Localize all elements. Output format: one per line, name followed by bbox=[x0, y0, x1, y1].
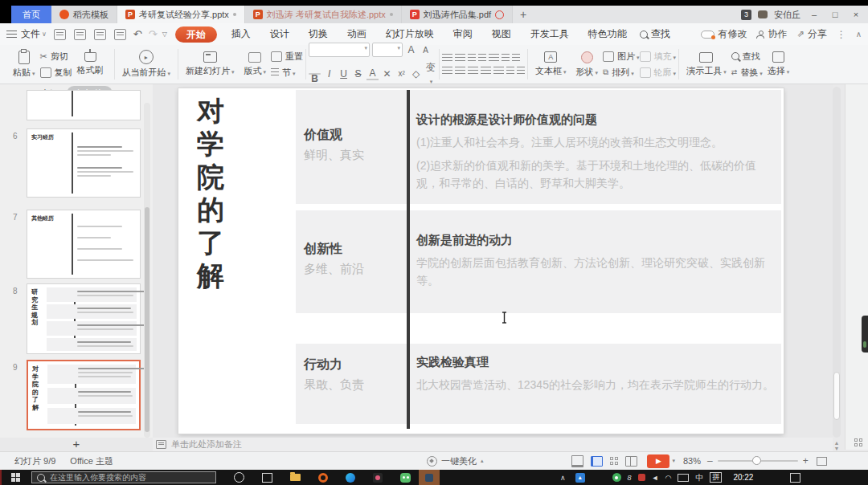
fill-button[interactable]: 填充 bbox=[640, 51, 677, 63]
section-label-textbox[interactable]: 创新性 多维、前沿 bbox=[304, 241, 364, 277]
ribbon-tab-review[interactable]: 审阅 bbox=[444, 23, 482, 45]
justify-icon[interactable] bbox=[481, 67, 491, 75]
cortana-button[interactable] bbox=[234, 472, 244, 483]
print-button[interactable] bbox=[94, 29, 106, 40]
zoom-out-button[interactable]: – bbox=[707, 455, 713, 467]
picture-button[interactable]: 图片 bbox=[603, 51, 640, 63]
wifi-icon[interactable]: ◠ bbox=[665, 474, 672, 482]
zoom-percent[interactable]: 83% bbox=[683, 456, 701, 466]
edge-button[interactable] bbox=[346, 473, 355, 483]
outline-level-icon[interactable] bbox=[517, 67, 525, 75]
shapes-button[interactable]: 形状 bbox=[571, 47, 604, 82]
close-button[interactable]: × bbox=[849, 10, 863, 19]
section-button[interactable]: 节 bbox=[271, 67, 303, 79]
save-button[interactable] bbox=[54, 29, 66, 40]
cut-button[interactable]: ✂剪切 bbox=[40, 51, 72, 63]
increase-font-button[interactable]: A bbox=[405, 44, 417, 55]
font-family-select[interactable] bbox=[309, 43, 370, 57]
element-library-icon[interactable] bbox=[854, 438, 862, 446]
volume-icon[interactable]: ◄ bbox=[652, 474, 659, 482]
share-button[interactable]: ⇗ 分享 bbox=[796, 27, 826, 41]
ribbon-tab-home[interactable]: 开始 bbox=[175, 26, 217, 43]
ribbon-tab-features[interactable]: 特色功能 bbox=[579, 23, 637, 45]
sync-status[interactable]: 有修改 bbox=[701, 27, 747, 41]
numbered-list-icon[interactable] bbox=[506, 67, 514, 75]
copy-button[interactable]: 复制 bbox=[40, 67, 72, 79]
ribbon-tab-animation[interactable]: 动画 bbox=[338, 23, 376, 45]
bold-button[interactable]: B bbox=[309, 73, 321, 75]
tray-expand-button[interactable]: ∧ bbox=[560, 474, 566, 482]
numbering-icon[interactable] bbox=[455, 54, 465, 63]
format-painter-button[interactable]: 格式刷 bbox=[72, 47, 108, 82]
ribbon-tab-slideshow[interactable]: 幻灯片放映 bbox=[376, 23, 444, 45]
file-explorer-button[interactable] bbox=[290, 474, 301, 481]
decrease-font-button[interactable]: A bbox=[420, 46, 432, 55]
bullets-icon[interactable] bbox=[442, 54, 452, 63]
more-menu-icon[interactable]: ⋮ bbox=[837, 29, 846, 40]
normal-view-icon[interactable] bbox=[591, 456, 603, 467]
tray-app-button[interactable]: ▲ bbox=[575, 473, 585, 483]
indent-decrease-icon[interactable] bbox=[468, 54, 476, 63]
zoom-slider-thumb[interactable] bbox=[752, 456, 761, 465]
notes-toggle-icon[interactable] bbox=[571, 455, 583, 467]
collapse-ribbon-icon[interactable]: ∧ bbox=[856, 30, 862, 39]
layout-button[interactable]: 版式 bbox=[240, 47, 272, 82]
distribute-icon[interactable] bbox=[493, 67, 504, 75]
find-menu[interactable]: 查找 bbox=[640, 27, 670, 41]
align-center-icon[interactable] bbox=[455, 67, 465, 75]
slideshow-play-button[interactable]: ▶ bbox=[647, 454, 669, 468]
quickbar-caret-icon[interactable]: ▽ bbox=[162, 31, 167, 38]
outline-button[interactable]: 轮廓 bbox=[640, 67, 677, 79]
tab-document-1[interactable]: P 考研复试经验分享.pptx bbox=[117, 6, 245, 23]
section-content-textbox[interactable]: 设计的根源是设计师价值观的问题 (1)注重人和社会本身。注重人居环境的改善和生态… bbox=[416, 112, 776, 192]
scrollbar-thumb[interactable] bbox=[833, 372, 840, 420]
tab-document-2[interactable]: P 刘迅涛 考研复试自我陈述.pptx bbox=[245, 6, 402, 23]
reading-view-icon[interactable] bbox=[625, 456, 637, 467]
replace-button[interactable]: ⇄替换 bbox=[731, 67, 763, 79]
notes-bar[interactable]: 单击此处添加备注 bbox=[153, 438, 833, 451]
active-app-button[interactable] bbox=[419, 470, 440, 485]
columns-icon[interactable] bbox=[512, 54, 520, 63]
strikethrough-button[interactable]: S bbox=[352, 68, 364, 79]
indent-increase-icon[interactable] bbox=[478, 54, 486, 63]
scrollbar-thumb[interactable] bbox=[145, 207, 149, 432]
slide-thumbnail-partial[interactable] bbox=[27, 90, 141, 120]
add-slide-button[interactable]: + bbox=[0, 436, 153, 450]
slide-editor[interactable]: 对学院的了解 价值观 鲜明、真实 设计的根源是设计师价值观的问题 (1)注重人和… bbox=[178, 88, 784, 434]
beautify-button[interactable]: 一键美化 ▴ bbox=[427, 455, 484, 467]
export-button[interactable] bbox=[74, 29, 86, 40]
ribbon-tab-view[interactable]: 视图 bbox=[482, 23, 521, 45]
ribbon-tab-design[interactable]: 设计 bbox=[260, 23, 299, 45]
zoom-in-button[interactable]: + bbox=[803, 455, 809, 467]
slide-thumbnail-6[interactable]: 实习经历 bbox=[27, 128, 141, 198]
paste-button[interactable]: 粘贴 bbox=[8, 47, 40, 82]
fit-screen-icon[interactable] bbox=[817, 457, 827, 466]
print-preview-button[interactable] bbox=[114, 29, 126, 40]
zoom-slider[interactable] bbox=[718, 460, 798, 462]
notification-center-button[interactable] bbox=[790, 473, 800, 483]
font-size-select[interactable] bbox=[372, 43, 403, 57]
minimize-button[interactable]: – bbox=[807, 10, 821, 19]
bluetooth-icon[interactable]: 8 bbox=[628, 474, 632, 482]
collaborate-button[interactable]: 协作 bbox=[756, 27, 787, 41]
next-slide-button[interactable]: ▼ bbox=[833, 446, 841, 451]
user-name[interactable]: 安伯丘 bbox=[774, 9, 800, 21]
slide-sorter-view-icon[interactable] bbox=[610, 457, 618, 465]
find-button[interactable]: 查找 bbox=[731, 51, 763, 63]
slide-thumbnail-7[interactable]: 其他经历 bbox=[27, 210, 141, 279]
ime-mode-button[interactable]: 中 bbox=[695, 472, 703, 483]
tray-red-app-button[interactable] bbox=[638, 474, 645, 481]
member-icon[interactable] bbox=[758, 10, 768, 18]
ribbon-tab-transition[interactable]: 切换 bbox=[299, 23, 338, 45]
floating-widget[interactable] bbox=[862, 316, 868, 353]
canvas-scrollbar[interactable] bbox=[833, 87, 841, 438]
section-content-textbox[interactable]: 实践检验真理 北大校园营造活动、12345的社会影响力，均在表示学院师生的行动力… bbox=[416, 355, 776, 393]
ribbon-tab-devtools[interactable]: 开发工具 bbox=[521, 23, 579, 45]
slide-thumbnail-8[interactable]: 研究生规划 bbox=[27, 283, 141, 354]
new-tab-button[interactable]: + bbox=[513, 6, 534, 23]
clear-format-button[interactable]: ✕ bbox=[381, 68, 393, 79]
arrange-button[interactable]: ⧉排列 bbox=[603, 67, 640, 79]
slide-thumbnail-9-selected[interactable]: 对学院的了解 bbox=[27, 360, 141, 430]
textbox-button[interactable]: A 文本框 bbox=[530, 47, 571, 82]
browser-app-button[interactable] bbox=[318, 473, 328, 483]
